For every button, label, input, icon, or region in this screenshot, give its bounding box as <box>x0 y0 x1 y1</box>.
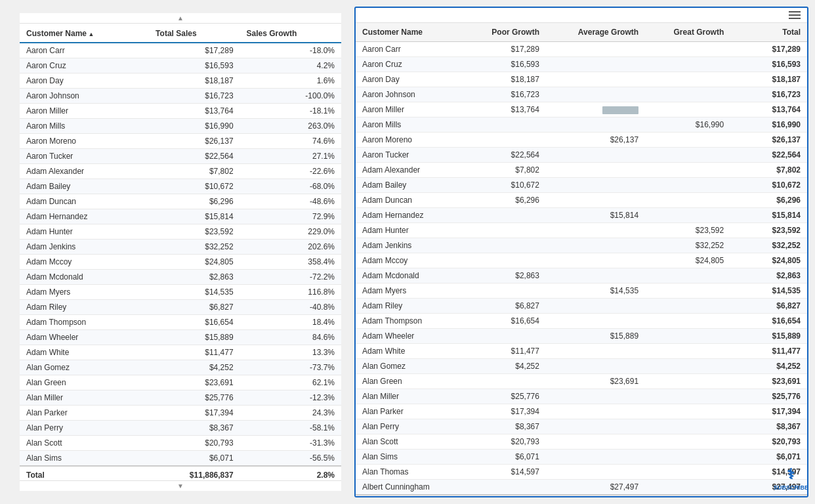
right-cell-name: Alan Parker <box>356 404 464 419</box>
left-cell-growth: 74.6% <box>240 134 341 149</box>
poor-growth-value: $4,252 <box>515 362 539 371</box>
right-table-row: Adam Mcdonald $2,863 $2,863 <box>356 268 807 284</box>
right-cell-name: Adam White <box>356 344 464 359</box>
total-value: $16,593 <box>772 60 801 69</box>
total-value: $20,793 <box>772 437 801 446</box>
left-cell-sales: $15,814 <box>149 209 240 224</box>
total-value: $25,776 <box>772 392 801 401</box>
right-cell-avg: $15,889 <box>546 329 645 344</box>
right-cell-name: Alan Thomas <box>356 465 464 480</box>
great-growth-value: $23,592 <box>696 226 724 235</box>
right-table-row: Aaron Mills $16,990 $16,990 <box>356 117 807 133</box>
right-cell-total: $18,187 <box>730 72 807 87</box>
right-col-total[interactable]: Total <box>730 23 807 42</box>
left-cell-growth: -68.0% <box>240 179 341 194</box>
right-cell-great <box>645 148 730 163</box>
left-table-row: Alan Scott $20,793 -31.3% <box>20 436 341 451</box>
right-cell-poor: $7,802 <box>464 163 546 178</box>
right-cell-total: $17,394 <box>730 404 807 419</box>
total-value: $23,691 <box>772 377 801 386</box>
left-footer-sales-growth: 2.8% <box>240 466 341 480</box>
right-col-poor-growth[interactable]: Poor Growth <box>464 23 546 42</box>
right-cell-great: $16,990 <box>645 117 730 133</box>
scroll-down-arrow[interactable]: ▼ <box>20 480 341 491</box>
left-col-sales-growth[interactable]: Sales Growth <box>240 24 341 43</box>
left-cell-sales: $16,654 <box>149 315 240 330</box>
right-cell-poor: $16,723 <box>464 87 546 102</box>
right-cell-poor <box>464 223 546 238</box>
right-cell-total: $16,990 <box>730 117 807 133</box>
right-cell-avg <box>546 163 645 178</box>
left-cell-sales: $22,564 <box>149 149 240 164</box>
hamburger-menu[interactable] <box>789 11 801 19</box>
right-cell-avg <box>546 87 645 102</box>
left-cell-growth: 62.1% <box>240 375 341 390</box>
right-cell-name: Aaron Day <box>356 72 464 87</box>
right-cell-poor <box>464 480 546 495</box>
left-cell-sales: $17,394 <box>149 406 240 421</box>
total-value: $22,564 <box>772 150 801 159</box>
left-cell-growth: 84.6% <box>240 330 341 345</box>
right-cell-name: Adam Hunter <box>356 223 464 238</box>
total-value: $6,296 <box>776 196 801 205</box>
right-cell-total: $25,776 <box>730 389 807 404</box>
right-table-row: Adam Jenkins $32,252 $32,252 <box>356 238 807 253</box>
left-cell-name: Adam Wheeler <box>20 330 149 345</box>
poor-growth-value: $25,776 <box>511 392 539 401</box>
right-cell-name: Adam Hernandez <box>356 208 464 223</box>
left-col-total-sales[interactable]: Total Sales <box>149 24 240 43</box>
great-growth-value: $24,805 <box>696 256 724 265</box>
right-cell-avg <box>546 434 645 450</box>
total-value: $14,535 <box>772 286 801 295</box>
left-table-row: Aaron Carr $17,289 -18.0% <box>20 43 341 58</box>
left-cell-sales: $6,827 <box>149 300 240 315</box>
right-panel: Customer Name Poor Growth Average Growth… <box>354 7 808 497</box>
poor-growth-value: $17,289 <box>511 45 539 54</box>
right-col-great-growth[interactable]: Great Growth <box>645 23 730 42</box>
hamburger-line-2 <box>789 14 801 16</box>
left-cell-name: Adam Myers <box>20 285 149 300</box>
right-table-row: Aaron Day $18,187 $18,187 <box>356 72 807 87</box>
subscribe-logo[interactable]: ⚕ SUBSCRIBE <box>774 466 808 491</box>
right-cell-great <box>645 163 730 178</box>
right-col-avg-growth[interactable]: Average Growth <box>546 23 645 42</box>
right-cell-total: $2,863 <box>730 268 807 284</box>
left-cell-growth: 116.8% <box>240 285 341 300</box>
right-cell-poor: $18,187 <box>464 72 546 87</box>
right-cell-name: Adam Wheeler <box>356 329 464 344</box>
right-cell-total: $6,071 <box>730 450 807 465</box>
left-cell-growth: 4.2% <box>240 58 341 74</box>
right-table-row: Aaron Miller $13,764 $13,764 <box>356 102 807 117</box>
right-cell-great <box>645 329 730 344</box>
right-col-customer-name[interactable]: Customer Name <box>356 23 464 42</box>
left-cell-name: Aaron Mills <box>20 119 149 134</box>
scroll-up-arrow[interactable]: ▲ <box>20 13 341 24</box>
left-table-row: Adam Mccoy $24,805 358.4% <box>20 255 341 270</box>
right-cell-name: Alan Scott <box>356 434 464 450</box>
left-cell-growth: 202.6% <box>240 240 341 255</box>
left-cell-name: Alan Green <box>20 375 149 390</box>
left-cell-name: Aaron Day <box>20 74 149 89</box>
left-col-customer-name[interactable]: Customer Name <box>20 24 149 43</box>
left-cell-name: Alan Scott <box>20 436 149 451</box>
left-cell-name: Adam Duncan <box>20 194 149 209</box>
right-table-row: Adam Alexander $7,802 $7,802 <box>356 163 807 178</box>
left-cell-name: Alan Gomez <box>20 360 149 375</box>
right-cell-avg <box>546 72 645 87</box>
left-cell-name: Alan Parker <box>20 406 149 421</box>
right-cell-name: Adam Riley <box>356 299 464 314</box>
right-cell-name: Alan Gomez <box>356 359 464 374</box>
right-cell-great <box>645 268 730 284</box>
avg-growth-value: $26,137 <box>610 135 638 144</box>
right-table-row: Aaron Moreno $26,137 $26,137 <box>356 133 807 148</box>
poor-growth-value: $2,863 <box>515 271 539 280</box>
left-table-row: Alan Sims $6,071 -56.5% <box>20 451 341 467</box>
right-cell-poor: $8,367 <box>464 419 546 434</box>
poor-growth-value: $8,367 <box>515 422 539 431</box>
right-cell-name: Aaron Miller <box>356 102 464 117</box>
right-cell-poor: $17,394 <box>464 404 546 419</box>
left-cell-sales: $15,889 <box>149 330 240 345</box>
left-table-row: Alan Miller $25,776 -12.3% <box>20 390 341 406</box>
left-cell-name: Adam Mcdonald <box>20 270 149 285</box>
total-value: $32,252 <box>772 241 801 250</box>
